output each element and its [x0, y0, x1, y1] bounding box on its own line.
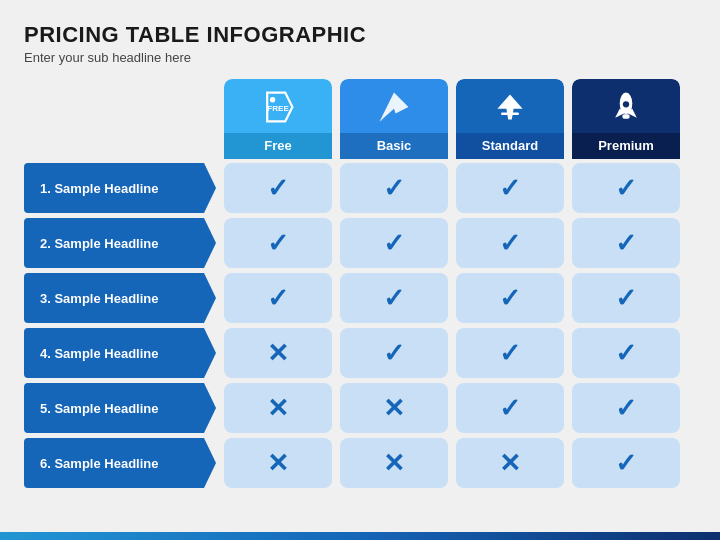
table-row: 2. Sample Headline✓✓✓✓: [24, 218, 696, 268]
col-premium: Premium: [572, 79, 680, 159]
table-cell: ✓: [456, 163, 564, 213]
cross-mark: ✕: [267, 448, 289, 479]
svg-point-8: [623, 101, 629, 107]
col-basic: Basic: [340, 79, 448, 159]
table-cell: ✓: [456, 218, 564, 268]
cross-mark: ✕: [267, 338, 289, 369]
row-label: 5. Sample Headline: [24, 383, 216, 433]
table-cell: ✓: [572, 438, 680, 488]
free-label: Free: [224, 133, 332, 159]
table-cell: ✓: [340, 163, 448, 213]
row-label: 1. Sample Headline: [24, 163, 216, 213]
table-cell: ✓: [572, 273, 680, 323]
table-cell: ✓: [224, 163, 332, 213]
table-row: 6. Sample Headline✕✕✕✓: [24, 438, 696, 488]
table-row: 4. Sample Headline✕✓✓✓: [24, 328, 696, 378]
free-icon-box: FREE: [224, 79, 332, 133]
table-cell: ✕: [456, 438, 564, 488]
check-mark: ✓: [383, 338, 405, 369]
table-row: 3. Sample Headline✓✓✓✓: [24, 273, 696, 323]
pricing-table: FREE Free Basic: [24, 79, 696, 530]
table-cell: ✓: [572, 328, 680, 378]
data-rows: 1. Sample Headline✓✓✓✓2. Sample Headline…: [24, 163, 696, 488]
row-label: 4. Sample Headline: [24, 328, 216, 378]
cross-mark: ✕: [267, 393, 289, 424]
svg-point-0: [270, 97, 275, 102]
cross-mark: ✕: [499, 448, 521, 479]
table-cell: ✕: [224, 383, 332, 433]
table-cell: ✓: [456, 328, 564, 378]
check-mark: ✓: [383, 283, 405, 314]
check-mark: ✓: [383, 173, 405, 204]
bottom-bar: [0, 532, 720, 540]
check-mark: ✓: [499, 228, 521, 259]
check-mark: ✓: [615, 448, 637, 479]
check-mark: ✓: [499, 393, 521, 424]
check-mark: ✓: [267, 283, 289, 314]
rocket-icon: [608, 89, 644, 125]
table-cell: ✓: [224, 273, 332, 323]
check-mark: ✓: [615, 393, 637, 424]
free-icon: FREE: [260, 89, 296, 125]
main-title: PRICING TABLE INFOGRAPHIC: [24, 22, 696, 48]
check-mark: ✓: [267, 173, 289, 204]
table-cell: ✕: [340, 383, 448, 433]
svg-rect-9: [622, 114, 629, 119]
table-cell: ✓: [456, 383, 564, 433]
table-cell: ✓: [224, 218, 332, 268]
check-mark: ✓: [615, 173, 637, 204]
check-mark: ✓: [499, 283, 521, 314]
sub-title: Enter your sub headline here: [24, 50, 696, 65]
standard-icon-box: [456, 79, 564, 133]
row-label: 6. Sample Headline: [24, 438, 216, 488]
cross-mark: ✕: [383, 393, 405, 424]
row-label: 3. Sample Headline: [24, 273, 216, 323]
premium-icon-box: [572, 79, 680, 133]
page: PRICING TABLE INFOGRAPHIC Enter your sub…: [0, 0, 720, 540]
table-cell: ✓: [572, 218, 680, 268]
table-cell: ✕: [224, 438, 332, 488]
table-cell: ✓: [572, 383, 680, 433]
col-free: FREE Free: [224, 79, 332, 159]
table-cell: ✓: [340, 273, 448, 323]
basic-label: Basic: [340, 133, 448, 159]
check-mark: ✓: [383, 228, 405, 259]
row-label: 2. Sample Headline: [24, 218, 216, 268]
table-cell: ✕: [340, 438, 448, 488]
table-cell: ✓: [456, 273, 564, 323]
table-row: 1. Sample Headline✓✓✓✓: [24, 163, 696, 213]
check-mark: ✓: [615, 283, 637, 314]
table-cell: ✓: [572, 163, 680, 213]
table-cell: ✕: [224, 328, 332, 378]
col-standard: Standard: [456, 79, 564, 159]
check-mark: ✓: [499, 173, 521, 204]
check-mark: ✓: [267, 228, 289, 259]
plane-icon: [492, 89, 528, 125]
table-row: 5. Sample Headline✕✕✓✓: [24, 383, 696, 433]
svg-text:FREE: FREE: [267, 104, 289, 113]
svg-marker-2: [380, 93, 409, 122]
check-mark: ✓: [615, 338, 637, 369]
table-cell: ✓: [340, 328, 448, 378]
paper-plane-icon: [376, 89, 412, 125]
cross-mark: ✕: [383, 448, 405, 479]
premium-label: Premium: [572, 133, 680, 159]
standard-label: Standard: [456, 133, 564, 159]
svg-rect-4: [501, 112, 519, 115]
check-mark: ✓: [615, 228, 637, 259]
check-mark: ✓: [499, 338, 521, 369]
header-row: FREE Free Basic: [224, 79, 696, 159]
basic-icon-box: [340, 79, 448, 133]
table-cell: ✓: [340, 218, 448, 268]
